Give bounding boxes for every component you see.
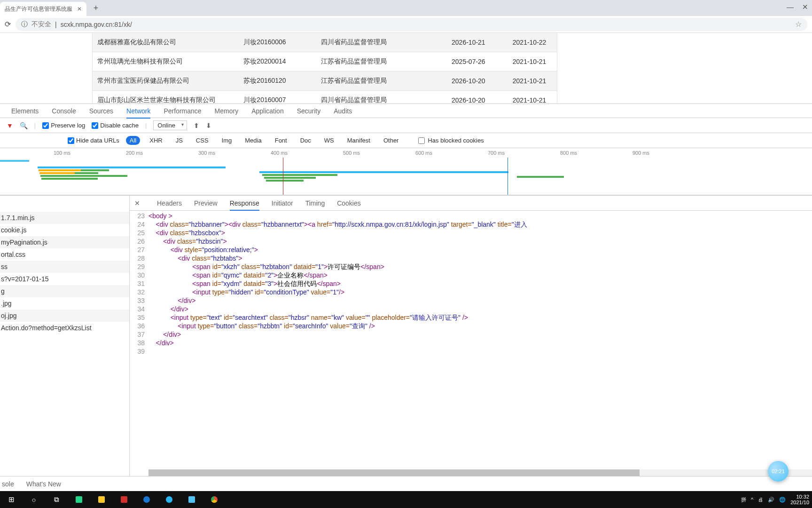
page-content: 成都丽雅嘉化妆品有限公司川妆20160006四川省药品监督管理局2026-10-… bbox=[0, 33, 812, 103]
devtools-tab-application[interactable]: Application bbox=[251, 107, 284, 115]
response-tab-response[interactable]: Response bbox=[230, 199, 259, 207]
filter-xhr[interactable]: XHR bbox=[146, 136, 166, 145]
tray-chevron-icon[interactable]: ^ bbox=[751, 497, 753, 502]
close-icon[interactable]: ✕ bbox=[77, 6, 82, 12]
waterfall-timeline[interactable]: 100 ms200 ms300 ms400 ms500 ms600 ms700 … bbox=[0, 148, 812, 195]
filter-media[interactable]: Media bbox=[241, 136, 265, 145]
drawer-tab-whatsnew[interactable]: What's New bbox=[26, 480, 61, 488]
filter-font[interactable]: Font bbox=[271, 136, 291, 145]
window-close[interactable]: ✕ bbox=[802, 3, 808, 11]
devtools-tab-console[interactable]: Console bbox=[52, 107, 76, 115]
response-tab-cookies[interactable]: Cookies bbox=[337, 199, 361, 207]
search-icon[interactable]: 🔍 bbox=[20, 122, 28, 129]
app-chrome[interactable] bbox=[203, 491, 226, 508]
throttle-select[interactable]: Online bbox=[153, 120, 187, 130]
security-label: 不安全 bbox=[31, 20, 51, 29]
devtools-tab-network[interactable]: Network bbox=[126, 107, 150, 115]
table-row[interactable]: 常州琉璃光生物科技有限公司苏妆20200014江苏省药品监督管理局2025-07… bbox=[92, 52, 557, 71]
devtools-drawer: sole What's New bbox=[0, 476, 812, 491]
devtools-tab-security[interactable]: Security bbox=[297, 107, 321, 115]
request-item[interactable]: cookie.js bbox=[0, 224, 129, 236]
divider: | bbox=[55, 21, 57, 28]
browser-tab[interactable]: 品生产许可信息管理系统服 ✕ bbox=[0, 2, 86, 16]
ime-indicator[interactable]: 拼 bbox=[741, 496, 746, 503]
license-table: 成都丽雅嘉化妆品有限公司川妆20160006四川省药品监督管理局2026-10-… bbox=[92, 33, 557, 103]
window-minimize[interactable]: — bbox=[787, 3, 794, 11]
request-item[interactable]: .jpg bbox=[0, 297, 129, 310]
filter-ws[interactable]: WS bbox=[320, 136, 338, 145]
table-row[interactable]: 成都丽雅嘉化妆品有限公司川妆20160006四川省药品监督管理局2026-10-… bbox=[92, 33, 557, 52]
table-row[interactable]: 眉山市彭山区米兰世家生物科技有限公司川妆20160007四川省药品监督管理局20… bbox=[92, 91, 557, 103]
clock-time: 10:32 bbox=[790, 494, 809, 500]
request-item[interactable]: 1.7.1.min.js bbox=[0, 212, 129, 224]
response-tab-timing[interactable]: Timing bbox=[305, 199, 325, 207]
app-explorer[interactable] bbox=[90, 491, 113, 508]
app-dingtalk[interactable] bbox=[158, 491, 180, 508]
address-bar: ⟳ ⓘ 不安全 | scxk.nmpa.gov.cn:81/xk/ ☆ bbox=[0, 16, 812, 33]
filter-css[interactable]: CSS bbox=[192, 136, 212, 145]
taskview-icon[interactable]: ⧉ bbox=[45, 491, 68, 508]
horizontal-scrollbar[interactable] bbox=[148, 469, 812, 476]
filter-img[interactable]: Img bbox=[218, 136, 236, 145]
app-kugou[interactable] bbox=[135, 491, 158, 508]
cortana-icon[interactable]: ○ bbox=[23, 491, 45, 508]
devtools-tab-sources[interactable]: Sources bbox=[89, 107, 113, 115]
devtools-tab-memory[interactable]: Memory bbox=[215, 107, 239, 115]
filter-other[interactable]: Other bbox=[380, 136, 403, 145]
disable-cache-checkbox[interactable]: Disable cache bbox=[92, 122, 139, 129]
response-tab-preview[interactable]: Preview bbox=[194, 199, 218, 207]
blocked-cookies-checkbox[interactable]: Has blocked cookies bbox=[418, 137, 484, 144]
devtools-tab-performance[interactable]: Performance bbox=[164, 107, 201, 115]
app-ve[interactable] bbox=[180, 491, 203, 508]
response-panel: ✕ HeadersPreviewResponseInitiatorTimingC… bbox=[130, 196, 812, 476]
devtools-tab-audits[interactable]: Audits bbox=[334, 107, 352, 115]
windows-taskbar: ⊞ ○ ⧉ 拼 ^ 🖨 🔊 🌐 10:32 2021/10 bbox=[0, 491, 812, 508]
url-input[interactable]: ⓘ 不安全 | scxk.nmpa.gov.cn:81/xk/ ☆ bbox=[16, 18, 807, 31]
request-item[interactable]: ss bbox=[0, 261, 129, 273]
request-item[interactable]: oj.jpg bbox=[0, 310, 129, 322]
browser-tab-bar: 品生产许可信息管理系统服 ✕ + — ✕ bbox=[0, 0, 812, 16]
reload-icon[interactable]: ⟳ bbox=[5, 20, 11, 29]
filter-all[interactable]: All bbox=[126, 136, 140, 145]
info-icon: ⓘ bbox=[21, 20, 28, 29]
request-item[interactable]: g bbox=[0, 285, 129, 297]
request-item[interactable]: Action.do?method=getXkzsList bbox=[0, 322, 129, 334]
new-tab-button[interactable]: + bbox=[89, 1, 102, 15]
url-text: scxk.nmpa.gov.cn:81/xk/ bbox=[61, 21, 132, 28]
response-tab-headers[interactable]: Headers bbox=[157, 199, 182, 207]
tray-network-icon[interactable]: 🌐 bbox=[779, 497, 786, 503]
tab-title: 品生产许可信息管理系统服 bbox=[5, 5, 72, 13]
upload-icon[interactable]: ⬆ bbox=[194, 122, 199, 129]
clock-date: 2021/10 bbox=[790, 500, 809, 505]
devtools-tabs: ElementsConsoleSourcesNetworkPerformance… bbox=[0, 104, 812, 118]
request-list[interactable]: 1.7.1.min.jscookie.jsmyPagination.jsorta… bbox=[0, 196, 130, 476]
filter-icon[interactable]: ▼ bbox=[7, 122, 13, 129]
tray-printer-icon[interactable]: 🖨 bbox=[758, 497, 763, 502]
app-pycharm[interactable] bbox=[68, 491, 90, 508]
request-item[interactable]: myPagination.js bbox=[0, 236, 129, 248]
floating-timer[interactable]: 02:21 bbox=[768, 461, 789, 482]
filter-manifest[interactable]: Manifest bbox=[344, 136, 374, 145]
preserve-log-checkbox[interactable]: Preserve log bbox=[42, 122, 85, 129]
close-icon[interactable]: ✕ bbox=[134, 199, 140, 207]
response-code[interactable]: 2324252627282930313233343536373839 <body… bbox=[130, 211, 812, 476]
table-row[interactable]: 常州市蓝宝医药保健品有限公司苏妆20160120江苏省药品监督管理局2026-1… bbox=[92, 71, 557, 91]
bookmark-icon[interactable]: ☆ bbox=[795, 20, 802, 29]
response-tabs: ✕ HeadersPreviewResponseInitiatorTimingC… bbox=[130, 196, 812, 211]
devtools-panel: ElementsConsoleSourcesNetworkPerformance… bbox=[0, 103, 812, 491]
hide-urls-checkbox[interactable]: Hide data URLs bbox=[68, 137, 119, 144]
system-tray[interactable]: 拼 ^ 🖨 🔊 🌐 10:32 2021/10 bbox=[741, 494, 809, 505]
start-button[interactable]: ⊞ bbox=[0, 491, 23, 508]
download-icon[interactable]: ⬇ bbox=[206, 122, 211, 129]
app-wps[interactable] bbox=[113, 491, 135, 508]
response-tab-initiator[interactable]: Initiator bbox=[272, 199, 293, 207]
devtools-tab-elements[interactable]: Elements bbox=[11, 107, 39, 115]
request-item[interactable]: ortal.css bbox=[0, 248, 129, 261]
network-toolbar: ▼ 🔍 | Preserve log Disable cache | Onlin… bbox=[0, 118, 812, 133]
tray-volume-icon[interactable]: 🔊 bbox=[768, 497, 774, 503]
filter-doc[interactable]: Doc bbox=[297, 136, 315, 145]
request-item[interactable]: s?v=2017-01-15 bbox=[0, 273, 129, 285]
drawer-tab-console[interactable]: sole bbox=[2, 480, 14, 488]
network-filter-row: Hide data URLs AllXHRJSCSSImgMediaFontDo… bbox=[0, 133, 812, 148]
filter-js[interactable]: JS bbox=[172, 136, 187, 145]
